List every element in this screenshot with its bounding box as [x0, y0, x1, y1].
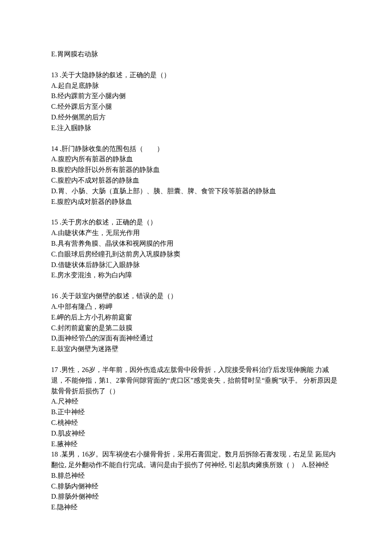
option-e: E.腋神经 — [51, 439, 341, 450]
stem-text: .关于房水的叙述，正确的是（） — [58, 218, 157, 226]
option-b: E.岬的后上方小孔称前庭窗 — [51, 312, 341, 323]
option-a: A.中部有隆凸，称岬 — [51, 302, 341, 312]
option-a: A.由睫状体产生，无屈光作用 — [51, 228, 341, 238]
option-e: E.房水变混浊，称为白内障 — [51, 270, 341, 281]
question-stem: 13 .关于大隐静脉的叙述，正确的是（） — [51, 70, 341, 81]
option-e: E.注入腘静脉 — [51, 123, 341, 134]
option-b: B.腹腔内除肝以外所有脏器的静脉血 — [51, 165, 341, 175]
option-d: D.肌皮神经 — [51, 428, 341, 439]
question-number: 14 — [51, 145, 58, 152]
option-c: C.经外踝后方至小腿 — [51, 102, 341, 112]
option-d: D.借睫状体后静脉汇入眼静脉 — [51, 260, 341, 270]
option-c: C.桃神经 — [51, 418, 341, 428]
question-stem: 17 .男性，26岁，半年前，因外伤造成左肱骨中段骨折，入院接受骨科治疗后发现伸… — [51, 365, 341, 396]
question-number: 16 — [51, 292, 58, 299]
stem-text: .关于大隐静脉的叙述，正确的是（） — [58, 71, 170, 78]
stem-text: .肝门静脉收集的范围包括（ ） — [58, 145, 164, 152]
question-number: 17 — [51, 366, 58, 373]
question-stem: 15 .关于房水的叙述，正确的是（） — [51, 217, 341, 228]
option-e: E.隐神经 — [51, 502, 341, 513]
question-number: 13 — [51, 71, 58, 78]
option-a: A.尺神经 — [51, 396, 341, 407]
option-c: C.腓肠内侧神经 — [51, 481, 341, 492]
option-d: D.腓肠外侧神经 — [51, 491, 341, 502]
question-stem: 18 .某男，16岁。因车祸使右小腿骨骨折，采用石膏固定。数月后拆除石膏发现，右… — [51, 449, 341, 471]
option-c: C.自眼球后房经瞳孔到达前房入巩膜静脉窦 — [51, 249, 341, 260]
question-number: 18 — [51, 450, 58, 458]
option-d: D.经外侧黑的后方 — [51, 112, 341, 123]
option-a: A.起自足底静脉 — [51, 81, 341, 91]
stem-text: .关于鼓室内侧壁的叙述，错误的是（） — [58, 292, 177, 299]
option-d: D,面神经管凸的深面有面神经通过 — [51, 333, 341, 344]
stem-text: .男性，26岁，半年前，因外伤造成左肱骨中段骨折，入院接受骨科治疗后发现伸腕能 … — [51, 366, 337, 395]
option-b: B.腓总神经 — [51, 471, 341, 481]
option-e: E.腹腔内成对脏器的静脉血 — [51, 197, 341, 207]
stem-text: .某男，16岁。因车祸使右小腿骨骨折，采用石膏固定。数月后拆除石膏发现，右足呈 … — [51, 450, 336, 468]
question-stem: 14 .肝门静脉收集的范围包括（ ） — [51, 144, 341, 154]
option-a: A.腹腔内所有脏器的静脉血 — [51, 154, 341, 165]
option-b: B.具有营养角膜、晶状体和视网膜的作用 — [51, 238, 341, 249]
question-number: 15 — [51, 218, 58, 226]
option-d: D.胃、小肠、大肠（直肠上部）、胰、胆囊、脾、食管下段等脏器的静脉血 — [51, 186, 341, 197]
option-b: B.正中神经 — [51, 407, 341, 418]
option-c: C.封闭前庭窗的是第二鼓膜 — [51, 323, 341, 334]
option-e: E.鼓室内侧壁为迷路壁 — [51, 344, 341, 355]
option-e: E.胃网膜右动脉 — [51, 49, 341, 60]
question-stem: 16 .关于鼓室内侧壁的叙述，错误的是（） — [51, 291, 341, 302]
option-b: B.经内踝前方至小腿内侧 — [51, 91, 341, 102]
option-c: C.腹腔内不成对脏器的静脉血 — [51, 175, 341, 186]
